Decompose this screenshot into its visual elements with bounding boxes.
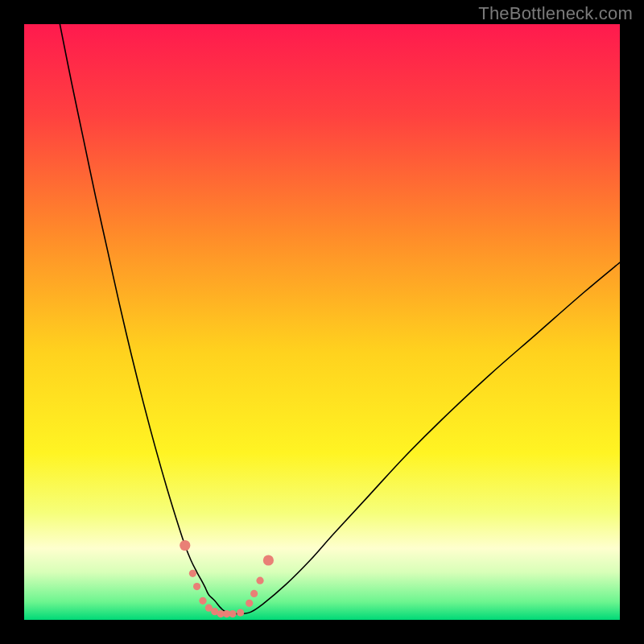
highlight-marker	[193, 583, 200, 590]
highlight-marker	[250, 590, 258, 597]
highlight-marker	[229, 610, 236, 617]
watermark-text: TheBottleneck.com	[478, 3, 633, 24]
chart-container: TheBottleneck.com	[0, 0, 644, 644]
highlight-marker	[256, 577, 263, 584]
highlight-marker	[246, 600, 253, 607]
highlight-marker	[199, 597, 206, 605]
plot-area	[24, 24, 620, 620]
highlight-marker	[263, 555, 274, 565]
chart-svg	[24, 24, 620, 620]
highlight-marker	[180, 540, 190, 551]
highlight-marker	[189, 570, 196, 577]
gradient-background	[24, 24, 620, 620]
highlight-marker	[237, 609, 244, 617]
